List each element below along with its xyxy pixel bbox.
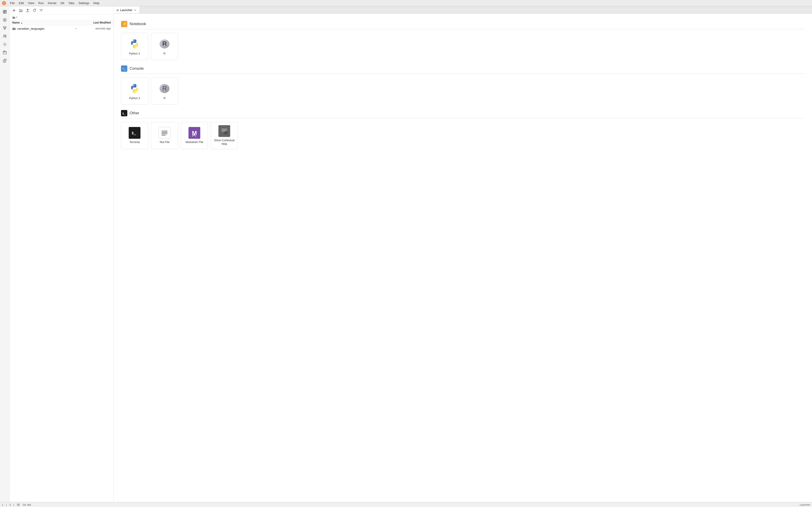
textfile-icon (159, 127, 170, 139)
current-path: / (16, 16, 17, 19)
svg-point-16 (5, 35, 6, 36)
svg-text:$_: $_ (132, 131, 136, 135)
svg-rect-2 (3, 10, 5, 12)
console-section-icon: >_ (121, 65, 127, 72)
new-folder-button[interactable] (18, 8, 23, 13)
textfile-card[interactable]: Text File (151, 122, 178, 149)
contextualhelp-icon (218, 125, 230, 137)
contextualhelp-card[interactable]: Show Contextual Help (211, 122, 238, 149)
svg-rect-49 (221, 131, 225, 131)
collaborators-activity-icon[interactable] (1, 33, 8, 40)
launcher-tab-icon: ⊞ (116, 9, 119, 12)
svg-rect-20 (5, 59, 6, 60)
terminal-label: Terminal (130, 140, 140, 144)
markdownfile-icon: M (189, 127, 200, 139)
terminal-card[interactable]: $_ Terminal (121, 122, 148, 149)
file-name: canadian_languages (17, 27, 74, 30)
menu-view[interactable]: View (26, 1, 36, 5)
file-panel-header: Name ▲ Last Modified (9, 20, 113, 25)
python3-notebook-label: Python 3 (129, 52, 140, 55)
svg-point-8 (3, 27, 4, 28)
menu-help[interactable]: Help (92, 1, 101, 5)
svg-rect-18 (3, 51, 6, 54)
svg-text:R: R (162, 40, 167, 47)
git-activity-icon[interactable] (1, 24, 8, 32)
launcher-tab-label: Launcher (120, 8, 132, 12)
python3-console-label: Python 3 (129, 97, 140, 100)
status-launcher: Launcher (800, 503, 810, 506)
menu-tabs[interactable]: Tabs (66, 1, 76, 5)
tab-bar: ⊞ Launcher ✕ (114, 6, 812, 13)
filebrowser-activity-icon[interactable] (1, 49, 8, 56)
textfile-label: Text File (159, 140, 170, 144)
sort-arrow-icon[interactable]: ▲ (20, 21, 23, 24)
svg-point-10 (4, 29, 5, 30)
launcher-area: ⊞ Launcher ✕ Notebook (114, 6, 812, 502)
notebook-section-header: Notebook (121, 21, 805, 29)
svg-rect-19 (3, 60, 5, 62)
console-kernel-grid: Python 3 R (121, 77, 805, 105)
svg-point-54 (18, 504, 19, 505)
file-list: canadian_languages ← seconds ago (9, 25, 113, 502)
refresh-button[interactable] (32, 8, 37, 13)
r-console-icon: R (158, 82, 171, 95)
activity-bar (0, 6, 9, 502)
notebook-kernel-grid: Python 3 R (121, 33, 805, 60)
other-items-grid: $_ Terminal Text Fil (121, 122, 805, 149)
status-settings-icon (17, 503, 20, 506)
menu-run[interactable]: Run (37, 1, 46, 5)
jupyterlab-logo: J (2, 1, 6, 5)
arrow-annotation: ← (74, 26, 78, 31)
launcher-tab-close[interactable]: ✕ (134, 8, 137, 12)
files-activity-icon[interactable] (1, 8, 8, 15)
python3-console-card[interactable]: Python 3 (121, 77, 148, 105)
console-section-title: Console (130, 66, 144, 71)
python3-notebook-icon (128, 38, 141, 50)
svg-text:R: R (162, 84, 167, 92)
status-separator1: | (6, 503, 7, 506)
notebook-section-icon (121, 21, 127, 27)
svg-rect-5 (3, 12, 5, 13)
status-bar: 1 | 3 | Git: idle Launcher (0, 502, 812, 507)
menu-git[interactable]: Git (59, 1, 66, 5)
svg-rect-4 (5, 11, 6, 13)
status-separator2: | (13, 503, 14, 506)
settings-activity-icon[interactable] (1, 41, 8, 48)
status-cursor: 1 (2, 503, 3, 506)
markdownfile-card[interactable]: M Markdown File (181, 122, 208, 149)
python3-notebook-card[interactable]: Python 3 (121, 33, 148, 60)
markdownfile-label: Markdown File (186, 140, 203, 144)
filter-button[interactable] (39, 8, 44, 13)
extensions-activity-icon[interactable] (1, 57, 8, 64)
menu-kernel[interactable]: Kernel (46, 1, 58, 5)
svg-point-9 (5, 27, 6, 28)
name-column-header: Name (12, 21, 20, 24)
svg-point-7 (4, 19, 5, 20)
svg-text:$_: $_ (122, 112, 125, 115)
terminal-icon: $_ (129, 127, 141, 139)
python3-console-icon (128, 82, 141, 95)
svg-rect-48 (221, 130, 227, 130)
menubar: J File Edit View Run Kernel Git Tabs Set… (0, 0, 812, 6)
upload-button[interactable] (25, 8, 30, 13)
r-console-card[interactable]: R R (151, 77, 178, 105)
menu-file[interactable]: File (8, 1, 16, 5)
r-notebook-card[interactable]: R R (151, 33, 178, 60)
svg-line-14 (5, 28, 6, 29)
running-activity-icon[interactable] (1, 16, 8, 23)
list-item[interactable]: canadian_languages ← seconds ago (9, 25, 113, 32)
svg-text:J: J (3, 2, 5, 5)
menu-settings[interactable]: Settings (77, 1, 91, 5)
r-notebook-label: R (164, 52, 166, 55)
r-notebook-icon: R (158, 38, 171, 50)
file-panel-path: / (9, 15, 113, 20)
menu-edit[interactable]: Edit (17, 1, 26, 5)
file-panel: / Name ▲ Last Modified canadian_language… (9, 6, 114, 502)
svg-point-17 (4, 44, 5, 45)
new-file-button[interactable] (11, 8, 17, 13)
file-panel-toolbar (9, 6, 113, 15)
status-col: 3 (9, 503, 11, 506)
svg-rect-3 (5, 10, 6, 11)
launcher-tab[interactable]: ⊞ Launcher ✕ (114, 6, 140, 13)
svg-text:M: M (192, 130, 197, 136)
